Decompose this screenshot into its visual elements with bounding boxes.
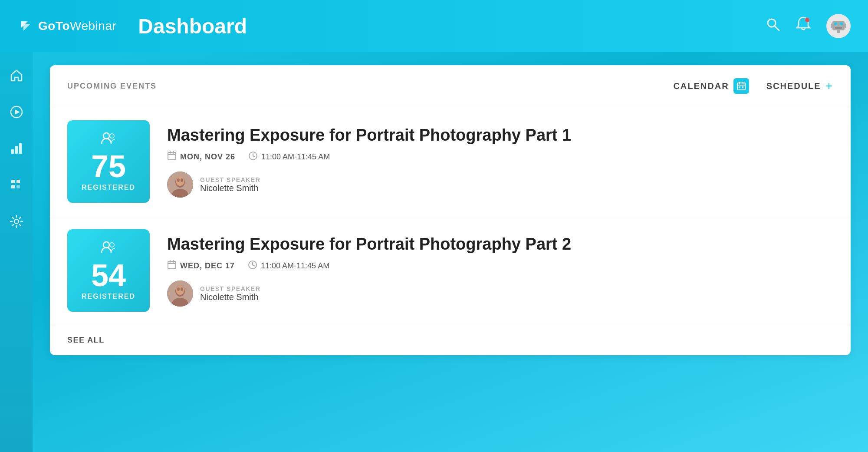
svg-rect-23: [737, 83, 745, 90]
calendar-label: CALENDAR: [673, 81, 729, 91]
speaker-avatar-1: [167, 172, 193, 198]
svg-point-58: [181, 287, 183, 291]
main-layout: UPCOMING EVENTS CALENDAR: [0, 52, 868, 452]
svg-rect-17: [19, 143, 22, 154]
svg-point-57: [177, 287, 180, 291]
svg-line-37: [253, 156, 255, 157]
content-area: UPCOMING EVENTS CALENDAR: [33, 52, 868, 452]
card-header-actions: CALENDAR: [673, 78, 833, 94]
speaker-name-2: Nicolette Smith: [200, 292, 260, 302]
header: GoToWebinar Dashboard: [0, 0, 868, 52]
svg-point-4: [805, 18, 809, 22]
svg-rect-21: [16, 185, 20, 188]
svg-line-52: [253, 265, 254, 266]
svg-rect-27: [739, 86, 740, 88]
event-time-text-2: 11:00 AM-11:45 AM: [261, 261, 329, 271]
registered-label-2: REGISTERED: [82, 293, 135, 300]
svg-rect-15: [11, 149, 14, 154]
svg-rect-20: [11, 185, 15, 188]
events-card: UPCOMING EVENTS CALENDAR: [50, 65, 851, 355]
event-info-1: Mastering Exposure for Portrait Photogra…: [167, 125, 833, 198]
event-date-text-2: WED, DEC 17: [180, 261, 235, 271]
plus-icon: +: [825, 79, 833, 93]
svg-rect-46: [168, 261, 176, 269]
svg-rect-9: [835, 27, 842, 29]
svg-rect-10: [831, 23, 832, 28]
search-icon[interactable]: [766, 17, 780, 35]
sidebar-item-apps[interactable]: [6, 175, 27, 195]
svg-point-56: [176, 285, 184, 295]
event-date-1: MON, NOV 26: [167, 151, 235, 163]
svg-marker-14: [15, 109, 20, 115]
event-title-1: Mastering Exposure for Portrait Photogra…: [167, 125, 833, 145]
svg-rect-12: [837, 30, 840, 33]
event-info-2: Mastering Exposure for Portrait Photogra…: [167, 234, 833, 307]
svg-point-30: [110, 134, 114, 138]
svg-point-43: [181, 178, 183, 182]
user-avatar[interactable]: [826, 14, 851, 38]
sidebar-item-analytics[interactable]: [6, 138, 27, 159]
date-icon-1: [167, 151, 177, 163]
time-icon-1: [248, 151, 258, 163]
event-item-2[interactable]: 54 REGISTERED Mastering Exposure for Por…: [50, 216, 851, 325]
schedule-button[interactable]: SCHEDULE +: [766, 79, 833, 93]
calendar-button[interactable]: CALENDAR: [673, 78, 749, 94]
event-time-1: 11:00 AM-11:45 AM: [248, 151, 330, 163]
speaker-details-2: GUEST SPEAKER Nicolette Smith: [200, 285, 260, 302]
bell-icon[interactable]: [796, 16, 811, 36]
event-date-2: WED, DEC 17: [167, 260, 235, 272]
see-all-row: SEE ALL: [50, 325, 851, 355]
schedule-label: SCHEDULE: [766, 81, 821, 91]
svg-rect-6: [832, 21, 845, 30]
sidebar-item-home[interactable]: [6, 65, 27, 86]
svg-rect-18: [11, 180, 15, 183]
event-meta-2: WED, DEC 17 11:00 AM-11:45 AM: [167, 260, 833, 272]
svg-point-41: [176, 176, 184, 186]
svg-rect-11: [845, 23, 846, 28]
attendees-icon-1: [100, 132, 117, 148]
event-time-2: 11:00 AM-11:45 AM: [248, 260, 329, 272]
sidebar: [0, 52, 33, 452]
attendees-icon-2: [100, 241, 117, 257]
speaker-role-1: GUEST SPEAKER: [200, 176, 260, 183]
event-badge-2: 54 REGISTERED: [67, 229, 150, 312]
sidebar-item-settings[interactable]: [6, 211, 27, 232]
section-label: UPCOMING EVENTS: [67, 82, 157, 91]
svg-rect-8: [840, 23, 843, 25]
svg-point-45: [110, 243, 114, 247]
speaker-name-1: Nicolette Smith: [200, 183, 260, 193]
svg-rect-28: [742, 86, 743, 88]
speaker-details-1: GUEST SPEAKER Nicolette Smith: [200, 176, 260, 193]
svg-point-42: [177, 178, 180, 182]
event-title-2: Mastering Exposure for Portrait Photogra…: [167, 234, 833, 254]
speaker-info-2: GUEST SPEAKER Nicolette Smith: [167, 280, 833, 307]
speaker-info-1: GUEST SPEAKER Nicolette Smith: [167, 172, 833, 198]
header-actions: [766, 14, 851, 38]
time-icon-2: [248, 260, 257, 272]
svg-rect-7: [834, 23, 837, 25]
speaker-role-2: GUEST SPEAKER: [200, 285, 260, 292]
sidebar-item-webinars[interactable]: [6, 102, 27, 122]
svg-rect-19: [16, 180, 20, 183]
svg-rect-31: [168, 152, 176, 160]
event-date-text-1: MON, NOV 26: [180, 152, 235, 162]
logo[interactable]: GoToWebinar: [17, 18, 116, 34]
see-all-link[interactable]: SEE ALL: [67, 336, 105, 344]
event-meta-1: MON, NOV 26 11:00 AM-11:45 AM: [167, 151, 833, 163]
svg-point-22: [14, 219, 19, 224]
card-header: UPCOMING EVENTS CALENDAR: [50, 65, 851, 107]
event-badge-1: 75 REGISTERED: [67, 120, 150, 203]
page-title: Dashboard: [138, 14, 247, 38]
logo-text: GoToWebinar: [38, 19, 116, 33]
calendar-icon: [733, 78, 749, 94]
registered-count-2: 54: [91, 260, 126, 291]
registered-label-1: REGISTERED: [82, 184, 135, 191]
date-icon-2: [167, 260, 177, 272]
svg-rect-16: [15, 146, 18, 154]
svg-marker-1: [23, 24, 30, 31]
registered-count-1: 75: [91, 151, 126, 182]
svg-line-3: [775, 26, 779, 30]
event-item-1[interactable]: 75 REGISTERED Mastering Exposure for Por…: [50, 107, 851, 216]
event-time-text-1: 11:00 AM-11:45 AM: [261, 152, 330, 162]
speaker-avatar-2: [167, 280, 193, 307]
